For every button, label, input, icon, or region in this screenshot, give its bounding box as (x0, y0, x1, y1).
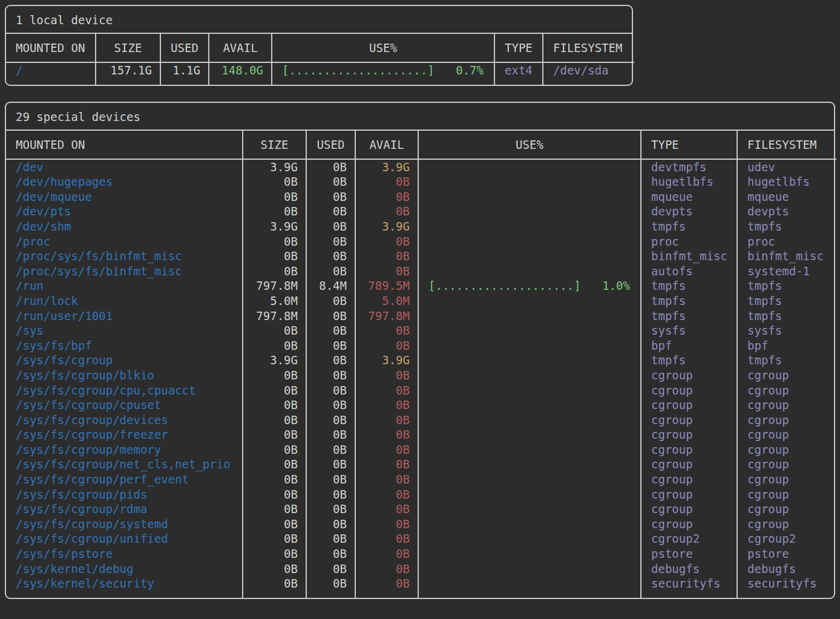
type-cell: cgroup (641, 427, 737, 442)
device-row: /sys/fs/cgroup/cpuset 0B 0B 0B cgroup cg… (6, 398, 836, 413)
filesystem-cell: cgroup (737, 442, 836, 457)
mount-point-cell: /run/lock (6, 293, 243, 309)
type-cell: tmpfs (641, 309, 737, 324)
avail-cell: 0B (355, 442, 418, 457)
mount-point-cell: /sys/fs/cgroup/freezer (6, 427, 243, 442)
size-cell: 0B (243, 531, 306, 546)
used-cell: 0B (306, 264, 355, 279)
filesystem-cell: tmpfs (737, 293, 836, 309)
filesystem-cell: sysfs (737, 323, 836, 338)
use-percent-cell (418, 219, 641, 234)
usage-bar: [....................] (282, 63, 435, 78)
avail-cell: 0B (355, 338, 418, 353)
device-row: /run/user/1001 797.8M 0B 797.8M tmpfs tm… (6, 309, 836, 324)
size-cell: 0B (243, 323, 306, 338)
device-row: /sys/fs/cgroup/blkio 0B 0B 0B cgroup cgr… (6, 368, 836, 383)
use-percent-cell: [....................]0.7% (272, 62, 494, 85)
mount-point-cell: /dev/hugepages (6, 174, 243, 189)
column-header-filesystem: FILESYSTEM (543, 34, 634, 62)
mount-point-cell: /sys/fs/cgroup/perf_event (6, 472, 243, 487)
type-cell: cgroup (641, 487, 737, 502)
device-row: /dev/hugepages 0B 0B 0B hugetlbfs hugetl… (6, 174, 836, 189)
header-row: MOUNTED ON SIZE USED AVAIL USE% TYPE FIL… (6, 34, 634, 62)
avail-cell: 797.8M (355, 309, 418, 324)
mount-point-cell: /proc/sys/fs/binfmt_misc (6, 264, 243, 279)
avail-cell: 3.9G (355, 159, 418, 175)
type-cell: cgroup (641, 472, 737, 487)
use-percent-cell (418, 398, 641, 413)
avail-cell: 0B (355, 323, 418, 338)
size-cell: 3.9G (243, 219, 306, 234)
device-row: /sys/fs/cgroup/memory 0B 0B 0B cgroup cg… (6, 442, 836, 457)
mount-point-cell: /sys/fs/cgroup/memory (6, 442, 243, 457)
filesystem-cell: cgroup (737, 457, 836, 472)
use-percent-cell (418, 293, 641, 309)
size-cell: 0B (243, 398, 306, 413)
header-row: MOUNTED ON SIZE USED AVAIL USE% TYPE FIL… (6, 131, 836, 159)
filesystem-cell: cgroup (737, 517, 836, 532)
filesystem-cell: tmpfs (737, 278, 836, 293)
device-row: / 157.1G 1.1G 148.0G [..................… (6, 62, 634, 85)
column-header-type: TYPE (641, 131, 737, 159)
use-percent-cell (418, 353, 641, 368)
filesystem-cell: cgroup (737, 487, 836, 502)
avail-cell: 0B (355, 249, 418, 264)
type-cell: debugfs (641, 562, 737, 577)
special-devices-body: /dev 3.9G 0B 3.9G devtmpfs udev /dev/hug… (6, 159, 836, 598)
filesystem-cell: pstore (737, 546, 836, 562)
filesystem-cell: cgroup (737, 413, 836, 428)
use-percent-cell (418, 457, 641, 472)
used-cell: 0B (306, 159, 355, 175)
special-devices-panel: 29 special devices MOUNTED ON SIZE USED … (5, 102, 835, 599)
size-cell: 0B (243, 338, 306, 353)
use-percent-cell: [....................]1.0% (418, 278, 641, 293)
mount-point-cell: /dev (6, 159, 243, 175)
type-cell: cgroup (641, 383, 737, 398)
avail-cell: 0B (355, 174, 418, 189)
usage-percent: 0.7% (456, 63, 484, 78)
device-row: /sys/fs/cgroup/net_cls,net_prio 0B 0B 0B… (6, 457, 836, 472)
avail-cell: 0B (355, 457, 418, 472)
mount-point-cell: /sys/fs/cgroup/net_cls,net_prio (6, 457, 243, 472)
avail-cell: 0B (355, 502, 418, 517)
avail-cell: 0B (355, 487, 418, 502)
size-cell: 0B (243, 383, 306, 398)
used-cell: 0B (306, 368, 355, 383)
size-cell: 0B (243, 204, 306, 219)
type-cell: cgroup (641, 442, 737, 457)
size-cell: 3.9G (243, 353, 306, 368)
use-percent-cell (418, 576, 641, 598)
avail-cell: 0B (355, 234, 418, 249)
use-percent-cell (418, 309, 641, 324)
usage-percent: 1.0% (602, 278, 630, 293)
filesystem-cell: cgroup (737, 383, 836, 398)
size-cell: 0B (243, 249, 306, 264)
mount-point-cell: /sys/fs/cgroup/devices (6, 413, 243, 428)
mount-point-cell: /sys (6, 323, 243, 338)
use-percent-cell (418, 562, 641, 577)
type-cell: autofs (641, 264, 737, 279)
use-percent-cell (418, 234, 641, 249)
device-row: /run/lock 5.0M 0B 5.0M tmpfs tmpfs (6, 293, 836, 309)
used-cell: 0B (306, 398, 355, 413)
size-cell: 0B (243, 264, 306, 279)
column-header-type: TYPE (494, 34, 543, 62)
mount-point-cell: /sys/fs/cgroup/cpuset (6, 398, 243, 413)
type-cell: devtmpfs (641, 159, 737, 175)
used-cell: 0B (306, 457, 355, 472)
used-cell: 0B (306, 502, 355, 517)
type-cell: ext4 (494, 62, 543, 85)
used-cell: 0B (306, 472, 355, 487)
used-cell: 0B (306, 487, 355, 502)
mount-point-cell: /sys/fs/bpf (6, 338, 243, 353)
filesystem-cell: tmpfs (737, 219, 836, 234)
mount-point-cell: /sys/fs/cgroup/blkio (6, 368, 243, 383)
type-cell: sysfs (641, 323, 737, 338)
avail-cell: 0B (355, 383, 418, 398)
use-percent-cell (418, 517, 641, 532)
device-row: /sys 0B 0B 0B sysfs sysfs (6, 323, 836, 338)
use-percent-cell (418, 413, 641, 428)
use-percent-cell (418, 264, 641, 279)
avail-cell: 0B (355, 576, 418, 598)
filesystem-cell: securityfs (737, 576, 836, 598)
